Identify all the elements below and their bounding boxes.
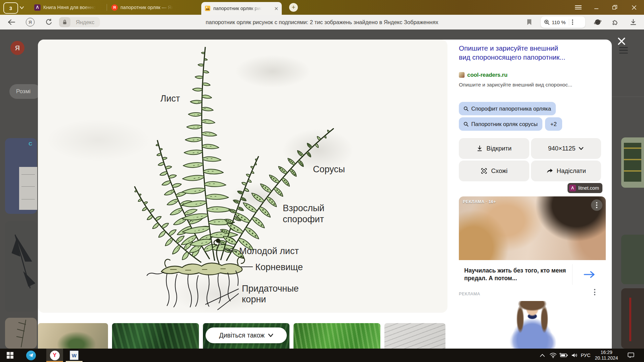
related-thumbnail[interactable] [112, 323, 199, 349]
ad-headline: Научилась жить без того, кто меня предал… [459, 267, 572, 282]
similar-images-button[interactable]: Схожі [459, 161, 529, 181]
notifications-icon[interactable] [626, 349, 636, 362]
taskbar-yandex-browser-active[interactable]: Y [46, 349, 63, 362]
yandex-logo[interactable]: Я [10, 41, 24, 55]
filter-size-chip[interactable]: Розмі [9, 84, 41, 99]
see-also-label: Дивіться також [219, 331, 265, 339]
result-thumbnail[interactable] [621, 288, 644, 349]
wifi-icon[interactable] [548, 349, 558, 362]
browser-toolbar: Я Яндекс папоротник орляк рисунок с подп… [0, 15, 644, 29]
label-young-leaf: Молодой лист [239, 246, 299, 256]
bookmark-icon[interactable] [524, 15, 535, 29]
source-site-row[interactable]: cool-readers.ru [459, 72, 507, 78]
related-thumbnail[interactable] [38, 323, 108, 349]
arrow-right-icon [583, 270, 595, 279]
zoom-control[interactable]: 110 % [541, 16, 585, 28]
related-thumbnail[interactable] [384, 323, 445, 349]
label-adult-sporophyte: спорофит [283, 214, 324, 224]
downloads-icon[interactable] [628, 15, 639, 29]
more-chips-button[interactable]: +2 [545, 117, 562, 131]
tab-title: папоротник орляк рис [213, 6, 263, 11]
image-action-buttons: Відкрити 940×1125 [459, 138, 601, 181]
browser-tab-bar: 3 Λ Книга Няня для военного Я папоротник… [0, 0, 644, 15]
image-info-panel: Опишите и зарисуйте внешний вид споронос… [453, 40, 612, 349]
word-icon: W [70, 351, 78, 360]
start-button[interactable] [4, 349, 16, 362]
tab-divider [107, 4, 107, 11]
result-thumbnail[interactable] [5, 318, 37, 349]
related-query-chip[interactable]: Папоротник орляк сорусы [459, 117, 542, 131]
tab-book[interactable]: Λ Книга Няня для военного [34, 0, 105, 15]
tab-list-chevron-icon[interactable] [19, 5, 24, 11]
yandex-browser-icon: Y [50, 351, 60, 360]
result-thumbnail[interactable] [621, 137, 644, 188]
image-description: Опишите и зарисуйте внешний вид споронос… [459, 82, 606, 88]
site-domain: cool-readers.ru [467, 72, 507, 78]
tab-image-view-active[interactable]: папоротник орляк рис ✕ [201, 2, 282, 15]
more-options-icon[interactable] [572, 19, 573, 25]
tab-counter-button[interactable]: 3 [3, 2, 18, 14]
browser-menu-icon[interactable] [573, 4, 583, 11]
ad-brand-badge: Λ litnet.com [568, 183, 602, 193]
share-arrow-icon [546, 167, 553, 175]
open-image-button[interactable]: Відкрити [459, 138, 529, 159]
ad-badge: РЕКЛАМА · 16+ [463, 199, 496, 204]
open-label: Відкрити [486, 145, 512, 152]
site-security-chip[interactable]: Яндекс [59, 17, 100, 27]
refresh-button[interactable] [43, 15, 55, 29]
litnet-favicon: Λ [34, 4, 41, 11]
fern-sketch [5, 318, 37, 349]
result-thumbnail[interactable]: С [5, 138, 37, 214]
windows-taskbar: Y W [0, 349, 644, 362]
size-label: 940×1125 [548, 145, 575, 152]
related-thumbnail[interactable] [293, 323, 380, 349]
image-viewer-modal: Лист Сорусы Взрослый спорофит Молодой ли… [38, 40, 612, 349]
taskbar-word-active[interactable]: W [66, 349, 83, 362]
windows-logo-icon [7, 352, 13, 359]
tab-title: папоротник орляк — Янд [120, 5, 174, 10]
ad-options-icon[interactable] [591, 199, 602, 211]
tab-search-results[interactable]: Я папоротник орляк — Янд [111, 0, 189, 15]
viewer-close-icon[interactable] [616, 36, 627, 46]
fern-silhouette [5, 221, 37, 312]
page-menu-icon[interactable] [619, 47, 628, 54]
ad-image-clothing[interactable] [499, 301, 566, 349]
ad-go-button[interactable] [573, 270, 606, 279]
zoom-value: 110 % [552, 19, 566, 25]
thumbnail-diagram [19, 167, 37, 210]
alice-browser-icon[interactable] [592, 15, 603, 29]
chip-label: +2 [550, 121, 557, 127]
extensions-puzzle-icon[interactable] [610, 15, 621, 29]
window-minimize-button[interactable] [591, 4, 601, 11]
result-thumbnail[interactable] [621, 235, 644, 284]
time: 16:29 [590, 350, 623, 355]
image-favicon [205, 5, 211, 11]
ad-text-bar: Научилась жить без того, кто меня предал… [459, 260, 606, 289]
lock-icon [59, 17, 70, 27]
image-source-title-link[interactable]: Опишите и зарисуйте внешний вид споронос… [459, 44, 608, 62]
new-tab-button[interactable]: + [289, 3, 298, 12]
ad-options-icon[interactable] [594, 289, 595, 295]
clock[interactable]: 16:29 20.11.2024 [590, 350, 623, 361]
search-icon [464, 106, 469, 111]
yandex-services-icon[interactable]: Я [24, 15, 36, 29]
result-thumbnail[interactable] [5, 221, 37, 312]
send-button[interactable]: Надіслати [531, 161, 601, 181]
back-button[interactable] [5, 15, 17, 29]
tray-expand-icon[interactable] [537, 349, 547, 362]
screen: 3 Λ Книга Няня для военного Я папоротник… [0, 0, 644, 362]
thumbnail-text: С [29, 141, 32, 146]
battery-charging-icon[interactable] [559, 349, 569, 362]
see-also-button[interactable]: Дивіться також [206, 327, 287, 343]
label-sori: Сорусы [313, 164, 345, 174]
send-label: Надіслати [557, 167, 586, 175]
image-size-dropdown[interactable]: 940×1125 [531, 138, 601, 159]
zoom-in-icon [544, 19, 550, 25]
viewed-image-fern-diagram[interactable]: Лист Сорусы Взрослый спорофит Молодой ли… [38, 40, 447, 313]
taskbar-telegram[interactable] [25, 349, 37, 362]
window-restore-button[interactable] [610, 4, 620, 11]
label-leaf: Лист [160, 94, 180, 104]
related-query-chip[interactable]: Спорофит папоротника орляка [459, 102, 556, 115]
tab-close-icon[interactable]: ✕ [274, 6, 278, 11]
window-close-button[interactable] [629, 4, 639, 11]
